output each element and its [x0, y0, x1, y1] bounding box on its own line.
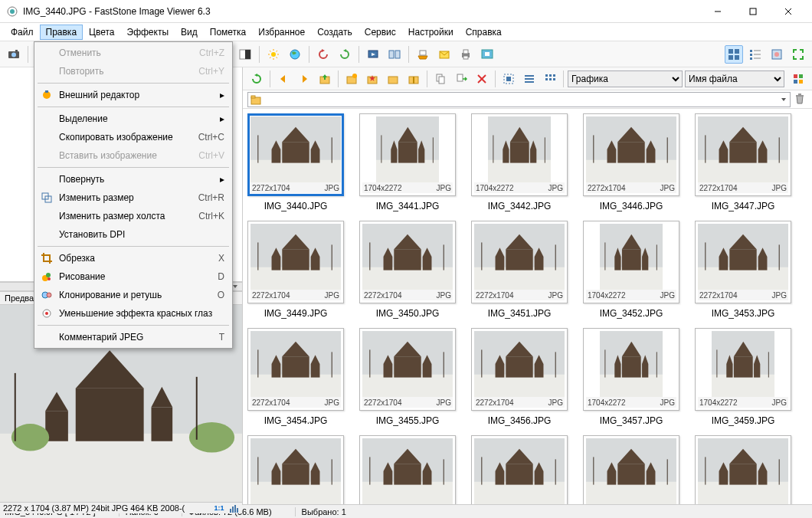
nav-up-icon[interactable] — [316, 70, 334, 88]
view-single-icon[interactable] — [768, 45, 786, 64]
view-fullscreen-icon[interactable] — [789, 45, 807, 64]
view-list-icon[interactable] — [520, 70, 539, 88]
rotate-right-icon[interactable] — [336, 45, 354, 64]
thumb-filename: IMG_3454.JPG — [246, 415, 345, 426]
folder-fav-icon[interactable] — [363, 70, 381, 88]
menu-item-изменить-размер[interactable]: Изменить размерCtrl+R — [36, 189, 231, 207]
svg-rect-259 — [394, 464, 421, 484]
tool-picture-bw-icon[interactable] — [236, 45, 254, 64]
menu-item-рисование[interactable]: РисованиеD — [36, 267, 231, 286]
menu-item-изменить-размер-холста[interactable]: Изменить размер холстаCtrl+K — [36, 207, 231, 225]
thumb-dims: 2272x1704 — [699, 291, 738, 300]
folder-open-icon[interactable] — [384, 70, 402, 88]
menu-item-комментарий-jpeg[interactable]: Комментарий JPEGT — [36, 328, 231, 346]
camera-icon[interactable] — [5, 45, 23, 64]
menu-item-обрезка[interactable]: ОбрезкаX — [36, 249, 231, 267]
nav-settings-icon[interactable] — [789, 70, 807, 88]
thumbnail[interactable]: 2272x1704JPGIMG_3447.JPG — [693, 113, 793, 211]
thumbnail[interactable]: 2272x1704JPGIMG_3463.JPG — [581, 435, 681, 504]
path-input[interactable] — [247, 92, 791, 107]
svg-rect-98 — [250, 160, 341, 182]
thumbnail[interactable]: 2272x1704JPGIMG_3456.JPG — [470, 328, 569, 426]
tool-slideshow-icon[interactable] — [364, 45, 382, 64]
tool-compare-icon[interactable] — [385, 45, 404, 64]
menu-цвета[interactable]: Цвета — [83, 25, 120, 40]
minimize-button[interactable] — [700, 0, 735, 23]
menu-вид[interactable]: Вид — [175, 25, 204, 40]
menu-item-клонирование-и-ретушь[interactable]: Клонирование и ретушьO — [36, 286, 231, 304]
menu-item-уменьшение-эффекта-красных-глаз[interactable]: Уменьшение эффекта красных глаз — [36, 304, 231, 323]
menu-item-установить-dpi[interactable]: Установить DPI — [36, 225, 231, 244]
thumbnail[interactable]: 1704x2272JPGIMG_3442.JPG — [470, 113, 569, 211]
thumbnail[interactable]: 2272x1704JPGIMG_3454.JPG — [246, 328, 345, 426]
thumbnail[interactable]: 2272x1704JPGIMG_3449.JPG — [246, 221, 345, 319]
tool-email-icon[interactable] — [435, 45, 453, 64]
thumbnail[interactable]: 2272x1704JPGIMG_3461.JPG — [358, 435, 457, 504]
svg-rect-171 — [496, 257, 505, 270]
svg-rect-148 — [250, 267, 341, 290]
thumbnail[interactable]: 2272x1704JPGIMG_3453.JPG — [693, 221, 793, 319]
thumb-format: JPG — [325, 398, 339, 407]
menu-пометка[interactable]: Пометка — [204, 25, 253, 40]
view-details-icon[interactable] — [746, 45, 765, 64]
tool-print-icon[interactable] — [457, 45, 475, 64]
thumbnail[interactable]: 1704x2272JPGIMG_3452.JPG — [581, 221, 681, 319]
svg-rect-278 — [586, 482, 676, 504]
menu-эффекты[interactable]: Эффекты — [121, 25, 175, 40]
thumbnail[interactable]: 2272x1704JPGIMG_3464.JPG — [693, 435, 793, 504]
menu-избранное[interactable]: Избранное — [252, 25, 311, 40]
tool-wallpaper-icon[interactable] — [478, 45, 496, 64]
fit-actual-icon[interactable]: 1:1 — [211, 503, 227, 513]
svg-rect-80 — [525, 75, 534, 77]
menu-правка[interactable]: Правка — [40, 25, 83, 40]
menu-item-повернуть[interactable]: Повернуть▸ — [36, 170, 231, 189]
chevron-down-icon[interactable] — [780, 96, 787, 103]
maximize-button[interactable] — [735, 0, 771, 23]
thumbnail[interactable]: 2272x1704JPGIMG_3462.JPG — [470, 435, 569, 504]
thumbnail[interactable]: 2272x1704JPGIMG_3460.JPG — [246, 435, 345, 504]
thumbnail[interactable]: 2272x1704JPGIMG_3455.JPG — [358, 328, 457, 426]
svg-rect-75 — [457, 74, 463, 81]
close-button[interactable] — [771, 0, 806, 23]
rotate-left-icon[interactable] — [314, 45, 332, 64]
thumb-format: JPG — [548, 398, 563, 407]
select-all-icon[interactable] — [499, 70, 518, 88]
thumbnail[interactable]: 2272x1704JPGIMG_3451.JPG — [470, 221, 569, 319]
sort-select[interactable]: Имя файла — [685, 70, 784, 87]
thumbnail[interactable]: 2272x1704JPGIMG_3440.JPG — [246, 113, 345, 211]
thumbnail[interactable]: 1704x2272JPGIMG_3459.JPG — [693, 328, 793, 426]
menu-создать[interactable]: Создать — [311, 25, 359, 40]
menu-файл[interactable]: Файл — [5, 25, 40, 40]
svg-line-25 — [270, 57, 271, 58]
menu-справка[interactable]: Справка — [460, 25, 508, 40]
trash-icon[interactable] — [794, 93, 807, 107]
view-small-icon[interactable] — [541, 70, 559, 88]
nav-forward-icon[interactable] — [295, 70, 313, 88]
histogram-icon[interactable] — [228, 503, 239, 513]
tool-globe-icon[interactable] — [286, 45, 304, 64]
delete-icon[interactable] — [473, 70, 491, 88]
thumbnail[interactable]: 1704x2272JPGIMG_3457.JPG — [581, 328, 681, 426]
folder-zip-icon[interactable] — [404, 70, 423, 88]
folder-new-icon[interactable] — [342, 70, 361, 88]
nav-back-icon[interactable] — [274, 70, 293, 88]
thumbnail-grid[interactable]: 2272x1704JPGIMG_3440.JPG1704x2272JPGIMG_… — [243, 109, 812, 504]
svg-rect-151 — [272, 257, 281, 270]
copy-icon[interactable] — [431, 70, 450, 88]
thumbnail[interactable]: 2272x1704JPGIMG_3446.JPG — [581, 113, 681, 211]
svg-rect-95 — [796, 95, 804, 97]
menu-сервис[interactable]: Сервис — [359, 25, 402, 40]
move-icon[interactable] — [452, 70, 470, 88]
menu-item-выделение[interactable]: Выделение▸ — [36, 110, 231, 128]
nav-refresh-icon[interactable] — [247, 70, 266, 88]
tool-sun-icon[interactable] — [264, 45, 283, 64]
filter-select[interactable]: Графика — [568, 70, 683, 87]
menu-item-скопировать-изображение[interactable]: Скопировать изображениеCtrl+C — [36, 128, 231, 146]
svg-rect-233 — [642, 364, 648, 378]
thumbnail[interactable]: 1704x2272JPGIMG_3441.JPG — [358, 113, 457, 211]
view-thumbnails-icon[interactable] — [725, 45, 743, 64]
menu-item-внешний-редактор[interactable]: Внешний редактор▸ — [36, 86, 231, 104]
tool-scanner-icon[interactable] — [414, 45, 432, 64]
thumbnail[interactable]: 2272x1704JPGIMG_3450.JPG — [358, 221, 457, 319]
menu-настройки[interactable]: Настройки — [402, 25, 460, 40]
